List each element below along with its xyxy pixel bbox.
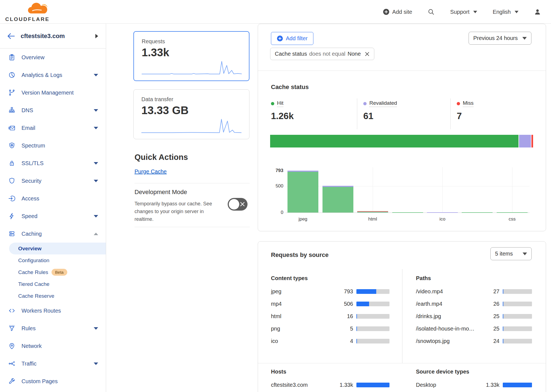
time-range-select[interactable]: Previous 24 hours	[469, 32, 531, 45]
sidebar-item-spectrum[interactable]: Spectrum	[0, 137, 106, 154]
stat-label-hit[interactable]: Hit	[277, 100, 283, 107]
toggle-off-x-icon	[240, 202, 245, 208]
bar-segment-hit	[287, 172, 318, 213]
toggle-knob	[229, 199, 239, 210]
sidebar-item-access[interactable]: Access	[0, 190, 106, 207]
sidebar-item-security[interactable]: Security	[0, 172, 106, 190]
row-bar-fill	[503, 326, 503, 331]
close-icon[interactable]	[365, 52, 370, 57]
requests-by-source-title: Requests by source	[271, 251, 329, 259]
sidebar-item-label: Email	[21, 125, 35, 131]
chevron-right-icon[interactable]	[95, 34, 98, 38]
sidebar: cftestsite3.com OverviewAnalytics & Logs…	[0, 24, 106, 392]
chevron-down-icon[interactable]	[94, 180, 98, 182]
back-arrow-icon[interactable]	[7, 33, 15, 40]
bar-segment-hit	[497, 212, 528, 213]
sidebar-subitem-cache-rules[interactable]: Cache RulesBeta	[0, 266, 106, 278]
list-item: mp4506	[271, 298, 389, 310]
pie-chart-icon	[8, 71, 15, 79]
items-count-select[interactable]: 5 items	[490, 247, 532, 260]
row-value: 506	[334, 301, 353, 307]
x-tick-label: jpeg	[286, 216, 320, 222]
row-bar-fill	[356, 302, 369, 306]
sidebar-item-speed[interactable]: Speed	[0, 207, 106, 225]
search-button[interactable]	[428, 8, 435, 15]
chevron-down-icon[interactable]	[94, 363, 98, 365]
sidebar-item-rules[interactable]: Rules	[0, 319, 106, 337]
divider	[402, 269, 402, 363]
sparkline-chart	[141, 117, 241, 135]
chevron-down-icon[interactable]	[94, 74, 98, 76]
email-icon	[8, 124, 15, 131]
sidebar-item-version-management[interactable]: Version Management	[0, 84, 106, 101]
sidebar-item-label: Rules	[21, 325, 36, 332]
sidebar-item-label: Speed	[21, 213, 37, 219]
sidebar-item-ssl-tls[interactable]: SSL/TLS	[0, 154, 106, 172]
stat-label-miss[interactable]: Miss	[463, 100, 474, 107]
sidebar-subitem-overview[interactable]: Overview	[9, 243, 106, 254]
bar-col3	[392, 212, 423, 213]
funnel-icon	[8, 325, 15, 332]
user-menu[interactable]	[534, 8, 541, 15]
row-label: /snowtops.jpg	[416, 338, 483, 344]
requests-label: Requests	[142, 38, 241, 45]
filter-value: None	[348, 51, 361, 57]
divider	[135, 227, 250, 227]
sidebar-subitem-cache-reserve[interactable]: Cache Reserve	[0, 290, 106, 302]
chevron-down-icon	[523, 253, 527, 255]
sidebar-item-custom-pages[interactable]: Custom Pages	[0, 372, 106, 390]
stat-head: Revalidated	[363, 100, 397, 107]
sidebar-item-traffic[interactable]: Traffic	[0, 355, 106, 372]
divider	[450, 98, 451, 129]
chevron-up-icon[interactable]	[94, 233, 98, 235]
sidebar-subitem-configuration[interactable]: Configuration	[0, 254, 106, 266]
chevron-down-icon[interactable]	[94, 215, 98, 218]
sidebar-item-overview[interactable]: Overview	[0, 49, 106, 66]
chevron-down-icon[interactable]	[94, 127, 98, 129]
sidebar-item-label: Custom Pages	[21, 378, 58, 385]
divider	[258, 363, 546, 363]
bar-segment-hit	[357, 212, 388, 213]
cloudflare-logo[interactable]: CLOUDFLARE	[5, 2, 55, 22]
language-menu[interactable]: English	[493, 9, 518, 15]
requests-card[interactable]: Requests1.33k	[133, 31, 249, 81]
row-bar-track	[356, 339, 389, 343]
row-bar-fill	[503, 289, 503, 294]
site-name: cftestsite3.com	[21, 33, 65, 40]
chevron-down-icon[interactable]	[94, 162, 98, 165]
sidebar-item-label: Workers Routes	[21, 308, 61, 314]
sidebar-item-email[interactable]: Email	[0, 119, 106, 137]
filter-chip: Cache status does not equal None	[270, 48, 374, 60]
sidebar-item-label: Security	[21, 178, 41, 184]
purge-cache-link[interactable]: Purge Cache	[135, 168, 167, 175]
code-icon	[8, 307, 15, 314]
row-value: 1.33k	[334, 382, 353, 388]
revalidated-dot-icon	[363, 102, 367, 105]
chevron-down-icon[interactable]	[94, 109, 98, 112]
add-filter-button[interactable]: Add filter	[271, 32, 313, 45]
support-menu[interactable]: Support	[450, 9, 477, 15]
data-transfer-card[interactable]: Data transfer13.33 GB	[133, 89, 249, 139]
row-label: Desktop	[416, 382, 483, 388]
paths-title: Paths	[416, 275, 532, 281]
row-label: png	[271, 326, 334, 332]
sidebar-item-workers-routes[interactable]: Workers Routes	[0, 302, 106, 319]
bar-jpeg	[287, 171, 318, 213]
development-mode-toggle[interactable]	[228, 198, 248, 211]
chevron-down-icon[interactable]	[94, 327, 98, 330]
summary-column: Requests1.33kData transfer13.33 GB Quick…	[106, 24, 258, 392]
sidebar-item-dns[interactable]: DNS	[0, 101, 106, 119]
divider	[357, 98, 357, 129]
sidebar-item-caching[interactable]: Caching	[0, 225, 106, 243]
row-label: /video.mp4	[416, 288, 483, 295]
dns-tree-icon	[8, 107, 15, 114]
stat-label-revalidated[interactable]: Revalidated	[369, 100, 397, 107]
row-value: 27	[483, 288, 499, 295]
add-site-button[interactable]: Add site	[383, 9, 412, 15]
spectrum-shield-icon	[8, 142, 15, 149]
row-value: 26	[483, 301, 499, 307]
sidebar-subitem-tiered-cache[interactable]: Tiered Cache	[0, 278, 106, 290]
sidebar-item-analytics-logs[interactable]: Analytics & Logs	[0, 66, 106, 84]
hosts-panel: Hostscftestsite3.com1.33k	[271, 369, 389, 391]
sidebar-item-network[interactable]: Network	[0, 337, 106, 355]
